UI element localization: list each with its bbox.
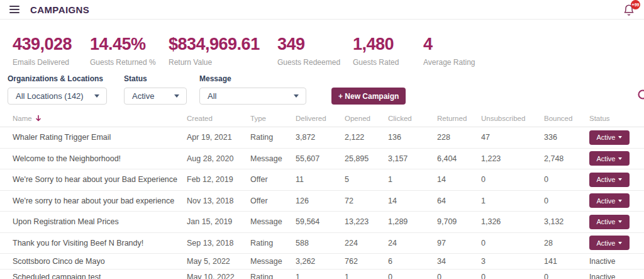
campaign-returned: 64 (437, 196, 481, 205)
filter-label: Organizations & Locations (8, 74, 107, 83)
column-header-type[interactable]: Type (250, 115, 296, 122)
campaign-type: Message (250, 154, 296, 163)
column-header-status[interactable]: Status (589, 115, 631, 122)
campaign-opened: 25,895 (345, 154, 388, 163)
stat-value: 439,028 (13, 36, 90, 53)
campaign-clicked: 6 (388, 257, 437, 266)
campaign-type: Rating (250, 273, 296, 279)
campaign-unsubscribed: 1 (481, 196, 544, 205)
stat-value: 4 (423, 36, 475, 53)
campaign-name: We're Sorry to hear about your Bad Exper… (13, 175, 187, 184)
stat-label: Return Value (169, 58, 277, 67)
campaigns-page: CAMPAIGNS +99 439,028 Emails Delivered 1… (0, 0, 644, 279)
campaign-unsubscribed: 0 (481, 175, 544, 184)
campaign-type: Rating (250, 239, 296, 248)
campaign-unsubscribed: 0 (481, 239, 544, 248)
organizations-dropdown[interactable]: All Locations (142) (8, 88, 107, 105)
status-label: Inactive (589, 257, 615, 266)
campaign-returned: 97 (437, 239, 481, 248)
page-title: CAMPAIGNS (30, 4, 89, 15)
campaign-unsubscribed: 47 (481, 133, 544, 142)
campaign-name: Thank you for Visiting Beef N Brandy! (13, 239, 187, 248)
dropdown-value: All Locations (142) (16, 91, 84, 101)
table-row[interactable]: We're sorry to hear about your bad exper… (0, 191, 644, 212)
campaign-type: Message (250, 257, 296, 266)
table-header: Name Created Type Delivered Opened Click… (0, 110, 644, 127)
campaign-name: Whaler Rating Trigger Email (13, 133, 187, 142)
campaign-created: Jan 15, 2019 (187, 217, 250, 226)
column-header-created[interactable]: Created (187, 115, 250, 122)
campaign-bounced: 3,132 (544, 217, 589, 226)
campaign-delivered: 126 (296, 196, 345, 205)
stat-value: 14.45% (90, 36, 169, 53)
stat-return-value: $834,969.61 Return Value (169, 36, 277, 67)
status-dropdown-button[interactable]: Active (589, 215, 630, 229)
campaign-unsubscribed: 1,326 (481, 217, 544, 226)
column-header-bounced[interactable]: Bounced (544, 115, 589, 122)
stat-guests-returned: 14.45% Guests Returned % (90, 36, 169, 67)
filter-message: Message All (199, 74, 306, 105)
table-row[interactable]: Scheduled campaign test May 10, 2022 Rat… (0, 270, 644, 279)
column-header-clicked[interactable]: Clicked (388, 115, 437, 122)
campaign-returned: 34 (437, 257, 481, 266)
campaign-clicked: 0 (388, 273, 437, 279)
campaign-created: May 10, 2022 (187, 273, 250, 279)
new-campaign-button[interactable]: + New Campaign (331, 88, 406, 105)
stat-label: Emails Delivered (13, 58, 90, 67)
stat-value: 349 (277, 36, 353, 53)
campaign-returned: 6,404 (437, 154, 481, 163)
campaign-bounced: 2,748 (544, 154, 589, 163)
campaign-name: Welcome to the Neighborhood! (13, 154, 187, 163)
message-dropdown[interactable]: All (199, 88, 306, 105)
table-row[interactable]: Thank you for Visiting Beef N Brandy! Se… (0, 233, 644, 254)
column-header-name[interactable]: Name (13, 115, 187, 122)
status-dropdown-button[interactable]: Active (589, 193, 630, 208)
campaign-name: Scheduled campaign test (13, 273, 187, 279)
filters-bar: Organizations & Locations All Locations … (0, 74, 644, 105)
campaign-bounced: 0 (544, 175, 589, 184)
caret-down-icon (618, 220, 622, 223)
search-icon (637, 89, 644, 103)
stat-emails-delivered: 439,028 Emails Delivered (13, 36, 90, 67)
table-row[interactable]: Scottsboro Cinco de Mayo May 5, 2022 Mes… (0, 254, 644, 270)
filter-organizations: Organizations & Locations All Locations … (8, 74, 107, 105)
status-dropdown-button[interactable]: Active (589, 236, 630, 250)
status-dropdown[interactable]: Active (124, 88, 187, 105)
campaign-bounced: 141 (544, 257, 589, 266)
campaign-delivered: 588 (296, 239, 345, 248)
chevron-down-icon (174, 94, 179, 98)
status-dropdown-button[interactable]: Active (589, 173, 630, 187)
campaign-returned: 0 (437, 273, 481, 279)
menu-icon[interactable] (9, 6, 19, 13)
table-row[interactable]: Upon Registration Meal Prices Jan 15, 20… (0, 212, 644, 233)
table-row[interactable]: Welcome to the Neighborhood! Aug 28, 202… (0, 149, 644, 170)
campaign-opened: 762 (345, 257, 388, 266)
table-row[interactable]: We're Sorry to hear about your Bad Exper… (0, 169, 644, 191)
status-dropdown-button[interactable]: Active (589, 151, 630, 166)
campaign-name: Upon Registration Meal Prices (13, 217, 187, 226)
campaign-delivered: 59,564 (296, 217, 345, 226)
status-dropdown-button[interactable]: Active (589, 130, 630, 145)
search-button[interactable] (637, 89, 644, 103)
column-header-opened[interactable]: Opened (345, 115, 388, 122)
stat-label: Guests Rated (353, 58, 423, 67)
column-header-unsubscribed[interactable]: Unsubscribed (481, 115, 544, 122)
stat-average-rating: 4 Average Rating (423, 36, 475, 67)
filter-label: Status (124, 74, 187, 83)
notifications-button[interactable]: +99 (623, 2, 636, 17)
column-header-delivered[interactable]: Delivered (296, 115, 345, 122)
stat-label: Average Rating (423, 58, 475, 67)
column-header-returned[interactable]: Returned (437, 115, 481, 122)
campaign-bounced: 0 (544, 273, 589, 279)
campaign-delivered: 55,607 (296, 154, 345, 163)
notification-badge: +99 (631, 0, 640, 9)
caret-down-icon (618, 157, 622, 160)
campaign-name: Scottsboro Cinco de Mayo (13, 257, 187, 266)
status-label: Inactive (589, 273, 615, 279)
campaign-created: Sep 13, 2018 (187, 239, 250, 248)
sort-descending-icon (35, 115, 42, 122)
campaign-opened: 72 (345, 196, 388, 205)
stat-value: $834,969.61 (169, 36, 277, 53)
campaign-delivered: 1 (296, 273, 345, 279)
table-row[interactable]: Whaler Rating Trigger Email Apr 19, 2021… (0, 127, 644, 149)
